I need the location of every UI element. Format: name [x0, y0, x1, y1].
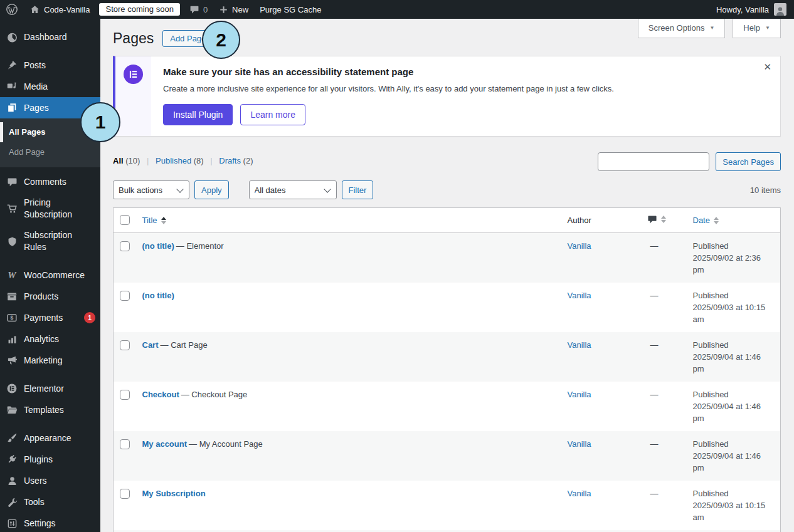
page-title-link[interactable]: My account: [142, 439, 188, 449]
account-menu[interactable]: Howdy, Vanilla: [716, 3, 794, 16]
date-value: 2025/09/03 at 10:15 am: [693, 303, 766, 324]
sidebar-item-templates[interactable]: Templates: [0, 399, 100, 420]
wordpress-menu[interactable]: [0, 0, 24, 19]
elementor-icon: [6, 382, 18, 395]
filter-published-link[interactable]: Published: [156, 156, 191, 165]
row-checkbox[interactable]: [120, 291, 130, 301]
page-title-link[interactable]: Checkout: [142, 390, 179, 399]
page-state: — Elementor: [176, 241, 224, 251]
sidebar-item-comments[interactable]: Comments: [0, 171, 100, 192]
filter-drafts-link[interactable]: Drafts: [219, 156, 241, 165]
sort-by-comments[interactable]: [647, 214, 666, 224]
row-checkbox[interactable]: [120, 390, 130, 400]
payments-count-badge: 1: [84, 312, 95, 323]
sidebar-item-dashboard[interactable]: Dashboard: [0, 26, 100, 48]
store-coming-soon-badge: Store coming soon: [99, 3, 179, 16]
accessibility-notice: Make sure your site has an accessibility…: [113, 56, 781, 137]
author-link[interactable]: Vanilla: [568, 241, 591, 251]
sidebar-item-users[interactable]: Users: [0, 470, 100, 491]
dates-select-wrap: All dates: [234, 180, 337, 199]
new-label: New: [232, 5, 248, 14]
select-all-checkbox[interactable]: [120, 215, 130, 225]
row-checkbox[interactable]: [120, 340, 130, 350]
purge-cache-label: Purge SG Cache: [260, 5, 321, 14]
site-name-label: Code-Vanilla: [44, 5, 90, 14]
dates-filter-select[interactable]: All dates: [249, 180, 337, 199]
page-title-link[interactable]: (no title): [142, 241, 174, 251]
filter-button[interactable]: Filter: [342, 180, 374, 199]
sidebar-item-label: Comments: [24, 176, 95, 188]
pin-icon: [6, 59, 18, 71]
sidebar-item-label: Appearance: [24, 432, 95, 444]
author-header-label: Author: [568, 216, 591, 225]
main-content: Screen Options ▼ Help ▼ Pages Add Page M…: [100, 19, 794, 532]
purge-cache-menu[interactable]: Purge SG Cache: [254, 0, 327, 19]
sidebar-item-analytics[interactable]: Analytics: [0, 328, 100, 350]
sidebar-item-settings[interactable]: Settings: [0, 513, 100, 532]
table-row: Cart— Cart Page Vanilla — Published2025/…: [114, 332, 781, 382]
sidebar-item-label: Pricing Subscription: [24, 197, 95, 221]
sidebar-item-woocommerce[interactable]: W WooCommerce: [0, 264, 100, 286]
sidebar-item-appearance[interactable]: Appearance: [0, 427, 100, 449]
sidebar-item-posts[interactable]: Posts: [0, 55, 100, 76]
page-title-link[interactable]: (no title): [142, 291, 174, 300]
sort-by-date[interactable]: Date: [693, 216, 719, 225]
sidebar-item-label: Subscription Rules: [24, 229, 95, 253]
sidebar-item-tools[interactable]: Tools: [0, 491, 100, 513]
comments-value: —: [647, 340, 659, 350]
sort-arrows-icon: [661, 216, 666, 223]
filter-all-link[interactable]: All: [113, 156, 124, 165]
new-content-menu[interactable]: New: [213, 0, 254, 19]
plug-icon: [6, 453, 18, 466]
site-name-menu[interactable]: Code-Vanilla: [24, 0, 95, 19]
screen-options-label: Screen Options: [648, 23, 705, 33]
date-status: Published: [693, 291, 729, 300]
submenu-item-add-page[interactable]: Add Page: [0, 142, 100, 162]
sidebar-item-payments[interactable]: $ Payments 1: [0, 307, 100, 328]
apply-button[interactable]: Apply: [194, 180, 229, 199]
row-checkbox[interactable]: [120, 489, 130, 499]
author-link[interactable]: Vanilla: [568, 291, 591, 300]
search-pages-button[interactable]: Search Pages: [716, 152, 781, 171]
help-button[interactable]: Help ▼: [733, 19, 781, 38]
sidebar-item-label: Plugins: [24, 454, 95, 466]
screen-meta-tabs: Screen Options ▼ Help ▼: [638, 19, 781, 38]
page-title-link[interactable]: Cart: [142, 340, 159, 350]
box-icon: [6, 290, 18, 303]
author-link[interactable]: Vanilla: [568, 439, 591, 449]
sidebar-item-media[interactable]: Media: [0, 76, 100, 97]
sidebar-item-marketing[interactable]: Marketing: [0, 350, 100, 371]
sidebar-item-elementor[interactable]: Elementor: [0, 378, 100, 399]
sidebar-item-products[interactable]: Products: [0, 286, 100, 307]
notice-title: Make sure your site has an accessibility…: [163, 66, 614, 78]
sidebar-item-plugins[interactable]: Plugins: [0, 449, 100, 470]
bulk-actions-row: Bulk actions Apply All dates Filter 10 i…: [113, 180, 781, 199]
sidebar-item-label: Products: [24, 291, 95, 303]
author-link[interactable]: Vanilla: [568, 489, 591, 498]
wordpress-logo-icon: [6, 3, 18, 16]
screen-options-button[interactable]: Screen Options ▼: [638, 19, 726, 38]
author-link[interactable]: Vanilla: [568, 390, 591, 399]
install-plugin-button[interactable]: Install Plugin: [163, 104, 233, 125]
search-input[interactable]: [598, 152, 709, 171]
home-icon: [29, 4, 40, 15]
bulk-actions-select[interactable]: Bulk actions: [113, 180, 189, 199]
sidebar-item-subscription-rules[interactable]: Subscription Rules: [0, 225, 100, 258]
svg-text:$: $: [11, 315, 14, 321]
date-status: Published: [693, 241, 729, 251]
row-checkbox[interactable]: [120, 241, 130, 251]
elementor-logo-icon: [124, 65, 143, 84]
notice-body: Make sure your site has an accessibility…: [151, 56, 627, 136]
date-header-label: Date: [693, 216, 710, 225]
close-icon[interactable]: ✕: [763, 62, 771, 72]
sidebar-item-pricing-subscription[interactable]: Pricing Subscription: [0, 192, 100, 225]
learn-more-button[interactable]: Learn more: [240, 104, 305, 125]
comments-menu[interactable]: 0: [184, 0, 213, 19]
svg-text:W: W: [8, 270, 17, 280]
author-link[interactable]: Vanilla: [568, 340, 591, 350]
filter-published-count: (8): [194, 156, 204, 165]
row-checkbox[interactable]: [120, 439, 130, 449]
pages-list-screen: Pages Add Page Make sure your site has a…: [100, 29, 794, 532]
page-title-link[interactable]: My Subscription: [142, 489, 206, 498]
sort-by-title[interactable]: Title: [142, 216, 166, 225]
